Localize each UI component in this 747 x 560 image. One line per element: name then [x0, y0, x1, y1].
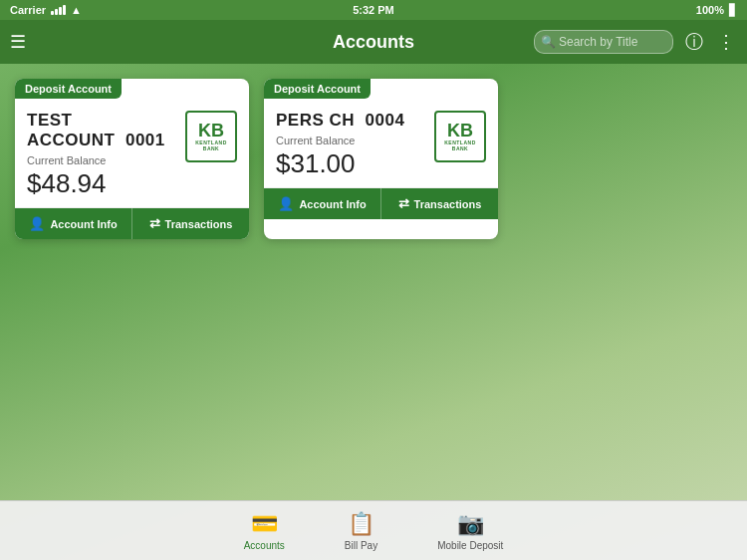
tab-mobile-deposit[interactable]: 📷 Mobile Deposit — [437, 511, 503, 551]
account-name-1: PERS CH 0004 — [276, 111, 434, 131]
account-info-icon-1: 👤 — [278, 196, 294, 211]
status-bar-time: 5:32 PM — [353, 4, 394, 16]
status-bar-right: 100% ▋ — [696, 4, 737, 17]
balance-value-0: $48.94 — [27, 168, 185, 199]
more-options-icon[interactable]: ⋮ — [715, 31, 737, 53]
kb-logo-initials-0: KB — [198, 122, 224, 140]
transactions-button-1[interactable]: ⇄ Transactions — [381, 188, 498, 219]
card-footer-1: 👤 Account Info ⇄ Transactions — [264, 187, 498, 219]
status-bar-left: Carrier ▲ — [10, 4, 82, 16]
deposit-account-tag-0: Deposit Account — [15, 79, 122, 99]
carrier-label: Carrier — [10, 4, 46, 16]
account-card-1: Deposit Account PERS CH 0004 Current Bal… — [264, 79, 498, 239]
search-icon: 🔍 — [541, 35, 556, 49]
status-bar: Carrier ▲ 5:32 PM 100% ▋ — [0, 0, 747, 20]
transactions-icon-1: ⇄ — [398, 196, 409, 211]
card-body-1: PERS CH 0004 Current Balance $31.00 KB K… — [264, 99, 498, 187]
transactions-icon-0: ⇄ — [149, 216, 160, 231]
info-icon[interactable]: ⓘ — [683, 31, 705, 53]
wifi-icon: ▲ — [71, 4, 82, 16]
balance-value-1: $31.00 — [276, 148, 434, 179]
nav-right: 🔍 ⓘ ⋮ — [534, 30, 737, 54]
balance-label-1: Current Balance — [276, 135, 434, 146]
card-info-1: PERS CH 0004 Current Balance $31.00 — [276, 111, 434, 179]
account-card-0: Deposit Account TEST ACCOUNT 0001 Curren… — [15, 79, 249, 239]
kb-logo-1: KB KENTLAND BANK — [434, 111, 486, 162]
account-info-icon-0: 👤 — [29, 216, 45, 231]
card-body-0: TEST ACCOUNT 0001 Current Balance $48.94… — [15, 99, 249, 207]
nav-title: Accounts — [333, 32, 414, 53]
signal-icon — [51, 5, 66, 15]
kb-logo-0: KB KENTLAND BANK — [185, 111, 237, 162]
bill-pay-tab-label: Bill Pay — [345, 540, 377, 551]
account-info-button-1[interactable]: 👤 Account Info — [264, 188, 381, 219]
card-info-0: TEST ACCOUNT 0001 Current Balance $48.94 — [27, 111, 185, 199]
kb-logo-sub-1: KENTLAND BANK — [436, 140, 484, 151]
tab-bill-pay[interactable]: 📋 Bill Pay — [345, 511, 377, 551]
bill-pay-tab-icon: 📋 — [348, 511, 374, 537]
hamburger-icon[interactable]: ☰ — [10, 31, 26, 53]
card-footer-0: 👤 Account Info ⇄ Transactions — [15, 207, 249, 239]
search-wrapper: 🔍 — [534, 30, 673, 54]
kb-logo-initials-1: KB — [447, 122, 473, 140]
deposit-account-tag-1: Deposit Account — [264, 79, 371, 99]
battery-label: 100% — [696, 4, 724, 16]
account-info-button-0[interactable]: 👤 Account Info — [15, 208, 132, 239]
mobile-deposit-tab-icon: 📷 — [457, 511, 484, 537]
nav-bar: ☰ Accounts 🔍 ⓘ ⋮ — [0, 20, 747, 64]
balance-label-0: Current Balance — [27, 154, 185, 166]
accounts-tab-label: Accounts — [244, 540, 285, 551]
tab-bar: 💳 Accounts 📋 Bill Pay 📷 Mobile Deposit — [0, 500, 747, 560]
transactions-button-0[interactable]: ⇄ Transactions — [132, 208, 249, 239]
kb-logo-sub-0: KENTLAND BANK — [187, 140, 235, 151]
accounts-grid: Deposit Account TEST ACCOUNT 0001 Curren… — [0, 64, 747, 254]
nav-left: ☰ — [10, 31, 26, 53]
tab-accounts[interactable]: 💳 Accounts — [244, 511, 285, 551]
mobile-deposit-tab-label: Mobile Deposit — [437, 540, 503, 551]
battery-icon: ▋ — [729, 4, 737, 17]
account-name-0: TEST ACCOUNT 0001 — [27, 111, 185, 150]
accounts-tab-icon: 💳 — [251, 511, 278, 537]
